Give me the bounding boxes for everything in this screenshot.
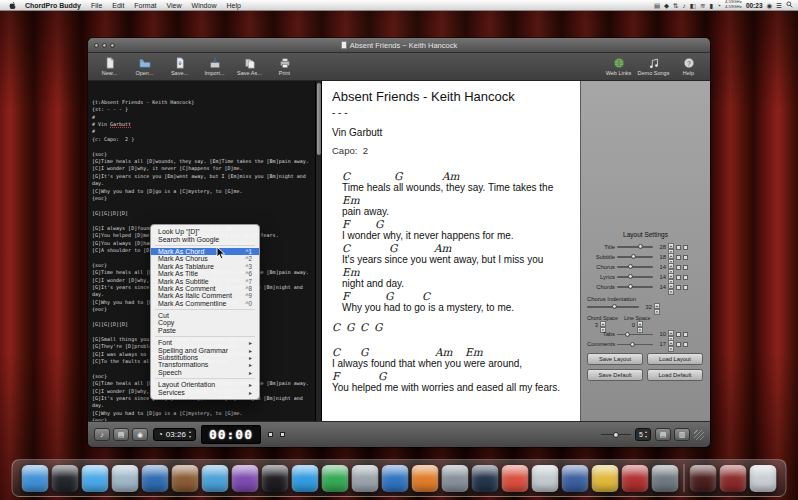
cpu-frequency-readout[interactable]: 4.59GHz 4.59GHz (725, 0, 742, 9)
setting-slider[interactable] (617, 330, 653, 338)
zoom-button[interactable] (110, 43, 115, 48)
menubar-clock[interactable]: 00:23 (746, 2, 763, 9)
wifi-icon[interactable]: ≋ (700, 0, 705, 11)
window-resize-grip[interactable] (694, 430, 704, 440)
app-dock-icon[interactable] (142, 465, 169, 492)
editor-scrollbar[interactable] (315, 81, 322, 421)
print-button[interactable]: Print (267, 57, 302, 76)
context-menu-item[interactable]: Spelling and Grammar▸ (151, 346, 259, 353)
app-dock-icon[interactable] (352, 465, 379, 492)
volume-icon[interactable]: ♪ (683, 0, 686, 11)
menu-view[interactable]: View (162, 2, 187, 9)
slider-thumb[interactable] (631, 254, 636, 259)
spacing-stepper[interactable]: ▴▾ (600, 321, 606, 329)
menu-help[interactable]: Help (221, 2, 245, 9)
app-dock-icon[interactable] (472, 465, 499, 492)
load-default-button[interactable]: Load Default (647, 369, 703, 381)
import-button[interactable]: Import... (197, 57, 232, 76)
app-dock-icon[interactable] (690, 465, 717, 492)
setting-checkbox[interactable] (676, 275, 681, 280)
setting-slider[interactable] (617, 283, 653, 291)
editor-line[interactable]: # (92, 128, 311, 135)
editor-line[interactable]: [G]Time heals all [D]wounds, they say. [… (92, 158, 311, 165)
context-menu-item[interactable]: Mark As Tablature^3 (151, 263, 259, 270)
app-dock-icon[interactable] (262, 465, 289, 492)
titlebar[interactable]: Absent Friends ~ Keith Hancock (88, 38, 710, 53)
setting-checkbox[interactable] (676, 342, 681, 347)
editor-line[interactable]: {soc} (92, 151, 311, 158)
app-dock-icon[interactable] (502, 465, 529, 492)
zoom-slider[interactable] (601, 431, 631, 439)
setting-checkbox[interactable] (683, 255, 688, 260)
context-menu-item[interactable]: Mark As Chord^1 (151, 248, 259, 255)
slider-thumb[interactable] (630, 342, 635, 347)
page-count-arrows[interactable]: ▴▾ (645, 430, 647, 439)
setting-checkbox[interactable] (676, 245, 681, 250)
setting-stepper[interactable]: ▴▾ (668, 253, 674, 261)
setting-slider[interactable] (617, 253, 653, 261)
app-dock-icon[interactable] (382, 465, 409, 492)
editor-scrollbar-thumb[interactable] (317, 83, 321, 155)
display-icon[interactable]: ◧ (690, 0, 696, 11)
zoom-slider-thumb[interactable] (613, 432, 619, 438)
single-page-button[interactable]: ▤ (655, 428, 671, 441)
setting-checkbox[interactable] (683, 275, 688, 280)
context-menu-item[interactable]: Search with Google (151, 235, 259, 242)
editor-line[interactable]: {t:Absent Friends - Keith Hancock} (92, 99, 311, 106)
slider-thumb[interactable] (628, 284, 633, 289)
sync-icon[interactable]: ⇅ (673, 0, 678, 11)
save-button[interactable]: Save... (162, 57, 197, 76)
slider-thumb[interactable] (612, 304, 617, 309)
app-dock-icon[interactable] (292, 465, 319, 492)
editor-line[interactable]: [C]Why you had to [D]go is a [C]mystery,… (92, 188, 311, 195)
spotlight-icon[interactable] (786, 1, 793, 9)
demo-songs-button[interactable]: Demo Songs (636, 57, 671, 76)
editor-line[interactable]: {c: Capo: 2 } (92, 136, 311, 143)
chorus-indentation-slider[interactable] (587, 303, 639, 311)
spacing-stepper[interactable]: ▴▾ (637, 321, 643, 329)
app-dock-icon[interactable] (592, 465, 619, 492)
setting-stepper[interactable]: ▴▾ (668, 340, 674, 348)
menu-window[interactable]: Window (187, 2, 222, 9)
save-as-button[interactable]: Save As... (232, 57, 267, 76)
setting-slider[interactable] (617, 273, 653, 281)
context-menu-item[interactable]: Mark As Chorus^2 (151, 255, 259, 262)
timer-stepper[interactable]: ▴▾ (189, 430, 191, 439)
editor-line[interactable]: {eoc} (92, 195, 311, 202)
app-dock-icon[interactable] (322, 465, 349, 492)
finder-dock-icon[interactable] (22, 465, 49, 492)
app-dock-icon[interactable] (652, 465, 679, 492)
app-dock-icon[interactable] (112, 465, 139, 492)
context-menu-item[interactable]: Mark As Subtitle^7 (151, 277, 259, 284)
context-menu-item[interactable]: Substitutions▸ (151, 354, 259, 361)
context-menu-item[interactable]: Transformations▸ (151, 361, 259, 368)
web-links-button[interactable]: Web Links (601, 57, 636, 76)
app-dock-icon[interactable] (720, 465, 747, 492)
menu-chordpro-buddy[interactable]: ChordPro Buddy (20, 2, 86, 9)
context-menu-item[interactable]: Services▸ (151, 388, 259, 395)
metronome-button[interactable]: ▤ (113, 428, 129, 441)
editor-line[interactable]: [C]Why you had to [D]go is a [C]mystery,… (92, 410, 311, 417)
setting-checkbox[interactable] (683, 245, 688, 250)
battery-icon[interactable]: ▮ (709, 0, 713, 11)
setting-checkbox[interactable] (676, 332, 681, 337)
setting-checkbox[interactable] (683, 285, 688, 290)
trash-dock-icon[interactable] (750, 465, 777, 492)
context-menu-item[interactable]: Copy (151, 319, 259, 326)
context-menu-item[interactable]: Paste (151, 327, 259, 334)
save-default-button[interactable]: Save Default (587, 369, 643, 381)
setting-checkbox[interactable] (676, 255, 681, 260)
setting-stepper[interactable]: ▴▾ (668, 263, 674, 271)
app-dock-icon[interactable] (442, 465, 469, 492)
context-menu-item[interactable]: Look Up “[D]” (151, 228, 259, 235)
app-dock-icon[interactable] (52, 465, 79, 492)
setting-checkbox[interactable] (683, 342, 688, 347)
editor-line[interactable]: [G][G][D][D] (92, 210, 311, 217)
setting-stepper[interactable]: ▴▾ (668, 330, 674, 338)
slider-thumb[interactable] (625, 332, 630, 337)
close-button[interactable] (94, 43, 99, 48)
load-layout-button[interactable]: Load Layout (647, 353, 703, 365)
context-menu-item[interactable]: Layout Orientation▸ (151, 381, 259, 388)
setting-stepper[interactable]: ▴▾ (668, 283, 674, 291)
app-dock-icon[interactable] (622, 465, 649, 492)
